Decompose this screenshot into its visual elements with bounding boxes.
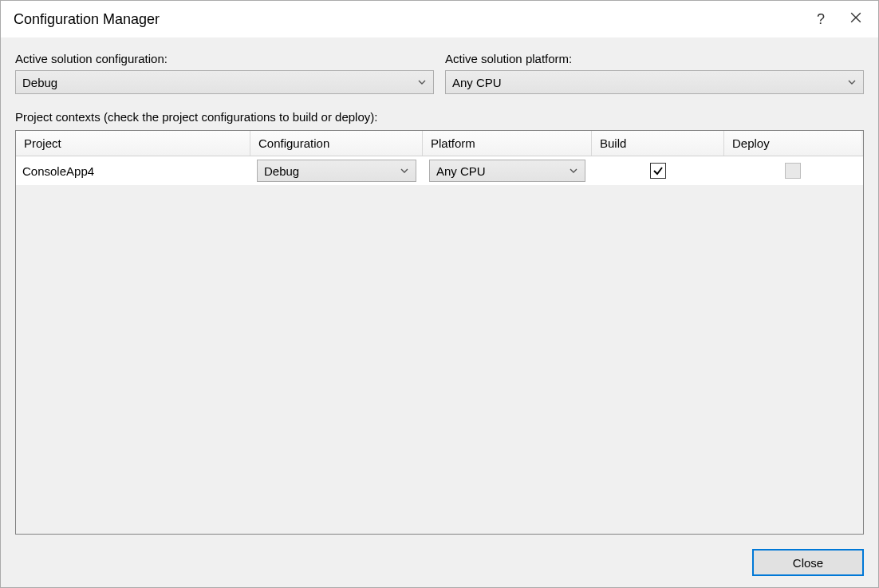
close-icon [850, 12, 861, 26]
table-header: Project Configuration Platform Build Dep… [16, 131, 863, 156]
configuration-manager-window: Configuration Manager ? Active solution … [0, 0, 879, 588]
cell-build [592, 156, 724, 185]
solution-config-group: Active solution configuration: Debug [15, 52, 434, 94]
table-body: ConsoleApp4 Debug Any CPU [16, 156, 863, 534]
project-contexts-label: Project contexts (check the project conf… [15, 110, 864, 124]
row-platform-value: Any CPU [436, 164, 486, 178]
chevron-down-icon [417, 76, 427, 89]
col-header-project[interactable]: Project [16, 131, 250, 156]
help-icon: ? [817, 11, 825, 28]
col-header-build[interactable]: Build [592, 131, 724, 156]
chevron-down-icon [847, 76, 857, 89]
col-header-configuration[interactable]: Configuration [250, 131, 423, 156]
solution-platform-dropdown[interactable]: Any CPU [445, 70, 864, 94]
cell-platform: Any CPU [423, 156, 592, 185]
top-selects: Active solution configuration: Debug Act… [15, 52, 864, 94]
check-icon [652, 165, 664, 176]
solution-platform-value: Any CPU [452, 76, 502, 89]
solution-platform-group: Active solution platform: Any CPU [445, 52, 864, 94]
footer: Close [15, 535, 864, 576]
chevron-down-icon [569, 164, 578, 178]
solution-config-value: Debug [22, 76, 57, 89]
solution-config-dropdown[interactable]: Debug [15, 70, 434, 94]
help-button[interactable]: ? [803, 3, 838, 35]
close-button-label: Close [793, 556, 823, 570]
window-title: Configuration Manager [14, 11, 803, 28]
col-header-deploy[interactable]: Deploy [724, 131, 861, 156]
solution-config-label: Active solution configuration: [15, 52, 434, 65]
table-row: ConsoleApp4 Debug Any CPU [16, 156, 863, 185]
titlebar: Configuration Manager ? [1, 1, 878, 37]
deploy-checkbox [785, 163, 801, 179]
build-checkbox[interactable] [650, 163, 666, 179]
row-platform-dropdown[interactable]: Any CPU [429, 160, 585, 182]
cell-configuration: Debug [250, 156, 423, 185]
cell-project-name: ConsoleApp4 [16, 156, 250, 185]
close-window-button[interactable] [838, 3, 873, 35]
cell-deploy [724, 156, 861, 185]
row-configuration-value: Debug [264, 164, 299, 178]
content-area: Active solution configuration: Debug Act… [1, 37, 878, 587]
solution-platform-label: Active solution platform: [445, 52, 864, 65]
project-contexts-table: Project Configuration Platform Build Dep… [15, 130, 864, 535]
chevron-down-icon [400, 164, 409, 178]
row-configuration-dropdown[interactable]: Debug [257, 160, 416, 182]
close-button[interactable]: Close [752, 549, 864, 576]
col-header-platform[interactable]: Platform [423, 131, 592, 156]
